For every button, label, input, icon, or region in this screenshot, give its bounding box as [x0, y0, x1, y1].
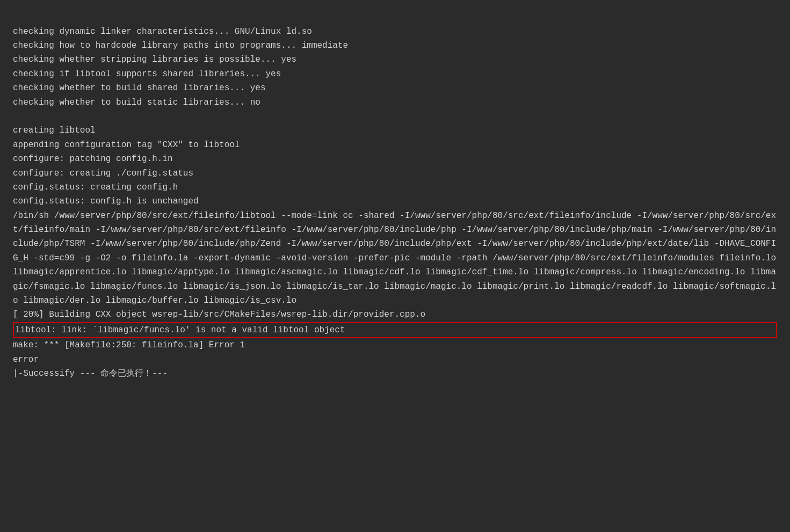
terminal-line: configure: creating ./config.status: [13, 166, 777, 180]
terminal-line: appending configuration tag "CXX" to lib…: [13, 138, 777, 152]
terminal-line-error: libtool: link: `libmagic/funcs.lo' is no…: [13, 322, 777, 338]
terminal-line: checking dynamic linker characteristics.…: [13, 25, 777, 39]
terminal-line: checking whether stripping libraries is …: [13, 53, 777, 67]
terminal-line: /bin/sh /www/server/php/80/src/ext/filei…: [13, 209, 777, 308]
terminal-line: creating libtool: [13, 123, 777, 137]
terminal-line: make: *** [Makefile:250: fileinfo.la] Er…: [13, 338, 777, 352]
terminal-line: checking whether to build static librari…: [13, 96, 777, 110]
terminal-line: checking if libtool supports shared libr…: [13, 67, 777, 81]
terminal-line: config.status: creating config.h: [13, 180, 777, 194]
terminal-line: config.status: config.h is unchanged: [13, 194, 777, 208]
terminal-line: checking how to hardcode library paths i…: [13, 39, 777, 53]
terminal-line: error: [13, 353, 777, 367]
terminal-line-empty: [13, 110, 777, 123]
terminal-line: configure: patching config.h.in: [13, 152, 777, 166]
terminal-line: checking whether to build shared librari…: [13, 81, 777, 95]
terminal-line: |-Successify --- 命令已执行！---: [13, 367, 777, 381]
terminal-line: [ 20%] Building CXX object wsrep-lib/src…: [13, 308, 777, 322]
terminal-output: checking dynamic linker characteristics.…: [13, 11, 777, 381]
